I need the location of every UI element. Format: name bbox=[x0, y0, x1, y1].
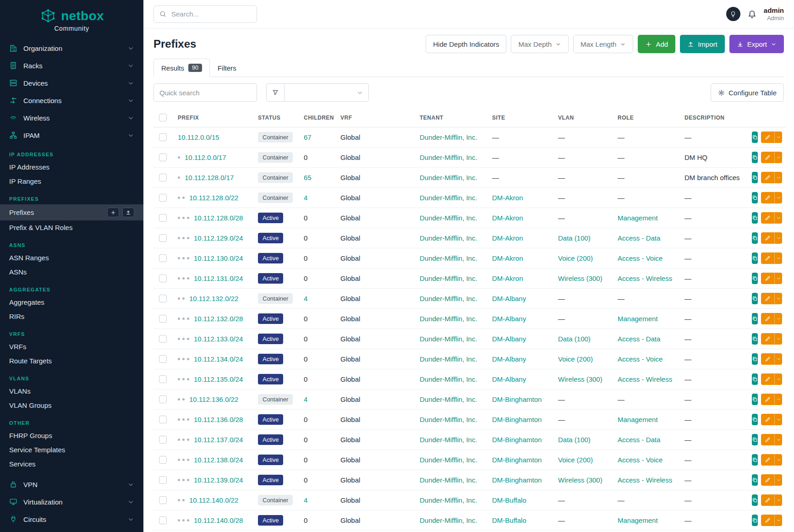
children-link[interactable]: 4 bbox=[304, 395, 307, 403]
clone-button[interactable] bbox=[752, 212, 758, 224]
clone-button[interactable] bbox=[752, 434, 758, 445]
role-link[interactable]: Access - Wireless bbox=[618, 375, 672, 383]
prefix-link[interactable]: 10.112.132.0/22 bbox=[189, 295, 238, 302]
sidebar-item-asn-ranges[interactable]: ASN Ranges bbox=[0, 251, 143, 265]
prefix-link[interactable]: 10.112.136.0/28 bbox=[194, 416, 243, 423]
sidebar-item-aggregates[interactable]: Aggregates bbox=[0, 295, 143, 309]
prefix-link[interactable]: 10.112.138.0/24 bbox=[194, 456, 243, 464]
site-link[interactable]: DM-Binghamton bbox=[492, 456, 542, 464]
edit-button[interactable] bbox=[761, 192, 774, 203]
prefix-link[interactable]: 10.112.131.0/24 bbox=[194, 274, 243, 282]
vlan-link[interactable]: Voice (200) bbox=[558, 456, 593, 464]
edit-dropdown-button[interactable] bbox=[774, 353, 782, 365]
edit-dropdown-button[interactable] bbox=[774, 434, 782, 445]
select-all-checkbox[interactable] bbox=[159, 114, 167, 121]
edit-dropdown-button[interactable] bbox=[774, 454, 782, 466]
prefix-link[interactable]: 10.112.128.0/28 bbox=[194, 214, 243, 222]
tenant-link[interactable]: Dunder-Mifflin, Inc. bbox=[420, 375, 477, 383]
sidebar-item-prefix-vlan-roles[interactable]: Prefix & VLAN Roles bbox=[0, 220, 143, 235]
row-checkbox[interactable] bbox=[159, 133, 167, 141]
site-link[interactable]: DM-Binghamton bbox=[492, 416, 542, 423]
prefix-link[interactable]: 10.112.132.0/28 bbox=[194, 315, 243, 323]
vlan-link[interactable]: Data (100) bbox=[558, 234, 591, 242]
site-link[interactable]: DM-Akron bbox=[492, 234, 523, 242]
sidebar-item-circuits[interactable]: Circuits bbox=[0, 510, 143, 528]
tenant-link[interactable]: Dunder-Mifflin, Inc. bbox=[420, 416, 477, 423]
site-link[interactable]: DM-Buffalo bbox=[492, 496, 526, 504]
sidebar-item-vrfs[interactable]: VRFs bbox=[0, 340, 143, 354]
prefix-link[interactable]: 10.112.136.0/22 bbox=[189, 395, 238, 403]
site-link[interactable]: DM-Buffalo bbox=[492, 516, 526, 524]
sidebar-item-vlan-groups[interactable]: VLAN Groups bbox=[0, 398, 143, 412]
role-link[interactable]: Access - Voice bbox=[618, 456, 663, 464]
tab-filters[interactable]: Filters bbox=[210, 59, 244, 77]
edit-dropdown-button[interactable] bbox=[774, 515, 782, 526]
row-checkbox[interactable] bbox=[159, 174, 167, 181]
prefix-link[interactable]: 10.112.139.0/24 bbox=[194, 476, 243, 484]
prefix-link[interactable]: 10.112.134.0/24 bbox=[194, 355, 243, 363]
prefix-link[interactable]: 10.112.129.0/24 bbox=[194, 234, 243, 242]
max-depth-dropdown[interactable]: Max Depth bbox=[511, 35, 569, 53]
tenant-link[interactable]: Dunder-Mifflin, Inc. bbox=[420, 436, 477, 444]
edit-button[interactable] bbox=[761, 172, 774, 183]
add-button[interactable]: Add bbox=[638, 35, 675, 53]
clone-button[interactable] bbox=[752, 414, 758, 425]
edit-dropdown-button[interactable] bbox=[774, 273, 782, 284]
user-menu[interactable]: admin Admin bbox=[764, 6, 784, 22]
clone-button[interactable] bbox=[752, 454, 758, 466]
clone-button[interactable] bbox=[752, 494, 758, 506]
sidebar-item-vlans[interactable]: VLANs bbox=[0, 384, 143, 398]
role-link[interactable]: Access - Voice bbox=[618, 355, 663, 363]
row-checkbox[interactable] bbox=[159, 516, 167, 524]
configure-table-button[interactable]: Configure Table bbox=[711, 83, 784, 102]
site-link[interactable]: DM-Akron bbox=[492, 214, 523, 222]
tenant-link[interactable]: Dunder-Mifflin, Inc. bbox=[420, 516, 477, 524]
vlan-link[interactable]: Voice (200) bbox=[558, 355, 593, 363]
tenant-link[interactable]: Dunder-Mifflin, Inc. bbox=[420, 194, 477, 202]
tenant-link[interactable]: Dunder-Mifflin, Inc. bbox=[420, 355, 477, 363]
row-checkbox[interactable] bbox=[159, 416, 167, 423]
edit-dropdown-button[interactable] bbox=[774, 192, 782, 203]
clone-button[interactable] bbox=[752, 172, 758, 183]
prefix-link[interactable]: 10.112.0.0/17 bbox=[185, 154, 226, 161]
clone-button[interactable] bbox=[752, 373, 758, 385]
edit-button[interactable] bbox=[761, 414, 774, 425]
row-checkbox[interactable] bbox=[159, 436, 167, 444]
edit-dropdown-button[interactable] bbox=[774, 232, 782, 244]
export-button[interactable]: Export bbox=[729, 35, 784, 53]
site-link[interactable]: DM-Akron bbox=[492, 254, 523, 262]
site-link[interactable]: DM-Albany bbox=[492, 315, 526, 323]
role-link[interactable]: Management bbox=[618, 315, 658, 323]
edit-dropdown-button[interactable] bbox=[774, 414, 782, 425]
vlan-link[interactable]: Data (100) bbox=[558, 335, 591, 343]
edit-button[interactable] bbox=[761, 152, 774, 163]
edit-dropdown-button[interactable] bbox=[774, 494, 782, 506]
vlan-link[interactable]: Data (100) bbox=[558, 436, 591, 444]
tenant-link[interactable]: Dunder-Mifflin, Inc. bbox=[420, 315, 477, 323]
children-link[interactable]: 4 bbox=[304, 496, 307, 504]
prefix-link[interactable]: 10.112.140.0/22 bbox=[189, 496, 238, 504]
row-checkbox[interactable] bbox=[159, 375, 167, 383]
tenant-link[interactable]: Dunder-Mifflin, Inc. bbox=[420, 395, 477, 403]
site-link[interactable]: DM-Binghamton bbox=[492, 395, 542, 403]
clone-button[interactable] bbox=[752, 273, 758, 284]
site-link[interactable]: DM-Binghamton bbox=[492, 476, 542, 484]
tenant-link[interactable]: Dunder-Mifflin, Inc. bbox=[420, 214, 477, 222]
edit-button[interactable] bbox=[761, 454, 774, 466]
site-link[interactable]: DM-Albany bbox=[492, 335, 526, 343]
role-link[interactable]: Access - Data bbox=[618, 436, 660, 444]
role-link[interactable]: Management bbox=[618, 516, 658, 524]
saved-filter-select[interactable] bbox=[285, 83, 369, 102]
children-link[interactable]: 4 bbox=[304, 194, 307, 202]
row-checkbox[interactable] bbox=[159, 395, 167, 403]
clone-button[interactable] bbox=[752, 293, 758, 304]
row-checkbox[interactable] bbox=[159, 476, 167, 484]
sidebar-item-rirs[interactable]: RIRs bbox=[0, 309, 143, 324]
filter-button[interactable] bbox=[266, 83, 285, 102]
quick-search-input[interactable] bbox=[153, 83, 257, 102]
sidebar-item-fhrp-groups[interactable]: FHRP Groups bbox=[0, 428, 143, 443]
tenant-link[interactable]: Dunder-Mifflin, Inc. bbox=[420, 274, 477, 282]
prefix-link[interactable]: 10.112.130.0/24 bbox=[194, 254, 243, 262]
clone-button[interactable] bbox=[752, 252, 758, 264]
prefix-link[interactable]: 10.112.0.0/15 bbox=[178, 133, 219, 141]
